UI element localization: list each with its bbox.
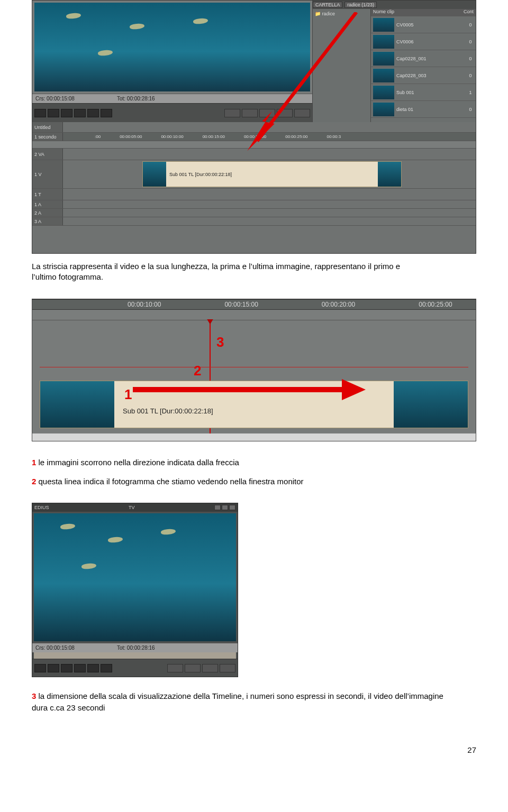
clip-strip[interactable]: Sub 001 TL [Dur:00:00:22:18] [142,161,402,187]
timeline-area: Untitled 1 secondo :00 00:00:05:00 00:00… [32,122,476,253]
fish-icon [161,529,176,535]
mark-out-button[interactable] [242,109,258,117]
rewind-button[interactable] [61,664,72,672]
ruler-tick: 00:00:15:00 [203,134,225,139]
timeline-scale-row: 1 secondo :00 00:00:05:00 00:00:10:00 00… [32,133,476,141]
extra-button[interactable] [220,664,235,672]
fast-fwd-button[interactable] [101,109,112,117]
fig2-ruler-ticks[interactable] [32,310,476,320]
track-a2[interactable]: 2 A [32,209,476,217]
ruler-tick: 00:00:10:00 [128,301,161,308]
ruler-tick: 00:00:25:00 [419,301,452,308]
clip-thumb [373,103,394,116]
monitor-tab[interactable]: TV [129,505,135,510]
clip-row[interactable]: dieta 010 [371,101,476,118]
mark-out-button[interactable] [185,664,201,672]
clip-row[interactable]: CV00060 [371,33,476,50]
clip-end-thumb [378,162,401,187]
step-fwd-button[interactable] [87,109,99,117]
red-horizontal-line [40,367,468,367]
clip-thumb [373,35,394,49]
clip-start-thumb [143,162,166,187]
timecode-in: Crs: 00:00:15:08 [35,96,75,102]
monitor-transport [32,659,238,677]
col-count: Cont [464,9,474,16]
clip-list-header: Nome clip Cont [371,9,476,16]
ruler-tick: 00:00:15:00 [224,301,258,308]
ruler-tick: 00:00:3 [326,134,341,139]
bin-body: 📁 radice Nome clip Cont CV00050 CV00060 … [313,9,476,122]
maximize-button[interactable] [222,505,228,510]
stop-button[interactable] [34,664,46,672]
bin-tab-radice[interactable]: radice (1/23) [344,2,377,8]
fig2-track-area: Sub 001 TL [Dur:00:00:22:18] 1 2 3 [32,320,476,433]
timecode-out: Tot: 00:00:28:16 [117,645,155,651]
track-label-a2: 2 A [32,209,63,217]
track-va[interactable]: 2 VA [32,149,476,160]
ruler-tick: 00:00:10:00 [161,134,183,139]
annotation-1: 1 [124,386,132,403]
fish-icon [130,23,145,30]
folder-tree[interactable]: 📁 radice [313,9,371,122]
clip-thumb [373,52,394,66]
play-button[interactable] [48,109,59,117]
step-back-button[interactable] [74,664,86,672]
clip-row[interactable]: Sub 0011 [371,84,476,101]
scrub-bar[interactable] [34,652,236,659]
legend-line-3: 3 la dimensione della scala di visualizz… [32,691,476,702]
track-v1[interactable]: 1 V Sub 001 TL [Dur:00:00:22:18] [32,160,476,189]
editor-upper: Crs: 00:00:15:08 Tot: 00:00:28:16 [32,1,476,122]
fish-icon [81,563,97,569]
clip-row[interactable]: Cap0228_0010 [371,50,476,67]
clip-row[interactable]: Cap0228_0030 [371,67,476,84]
track-label-t1: 1 T [32,189,63,200]
figure-timeline-zoom: 00:00:10:00 00:00:15:00 00:00:20:00 00:0… [32,299,476,441]
fish-icon [108,537,123,543]
mark-in-button[interactable] [167,664,183,672]
step-fwd-button[interactable] [87,664,99,672]
mark-in-button[interactable] [224,109,240,117]
clip-list: Nome clip Cont CV00050 CV00060 Cap0228_0… [371,9,476,122]
extra-button[interactable] [294,109,310,117]
timeline-toolbar: Untitled [32,122,476,133]
track-a3[interactable]: 3 A [32,217,476,226]
clip-strip[interactable]: Sub 001 TL [Dur:00:00:22:18] [40,381,468,428]
stop-button[interactable] [34,109,46,117]
folder-root[interactable]: 📁 radice [315,11,335,16]
fig2-ruler[interactable]: 00:00:10:00 00:00:15:00 00:00:20:00 00:0… [32,299,476,310]
scale-dropdown[interactable]: 1 secondo [32,133,63,141]
clip-label: Sub 001 TL [Dur:00:00:22:18] [123,407,213,415]
monitor-titlebar: EDIUS TV [32,503,238,512]
preview-video-frame [34,3,310,91]
figure-editor-window: Crs: 00:00:15:08 Tot: 00:00:28:16 [32,0,476,254]
rewind-button[interactable] [61,109,72,117]
extra-button[interactable] [202,664,218,672]
track-a1[interactable]: 1 A [32,200,476,209]
clip-thumb [373,69,394,82]
track-v1-body[interactable]: Sub 001 TL [Dur:00:00:22:18] [63,160,476,188]
fish-icon [98,50,113,56]
extra-button[interactable] [259,109,275,117]
legend-line-2: 2 questa linea indica il fotogramma che … [32,476,476,487]
monitor-frame [34,513,236,641]
play-button[interactable] [48,664,59,672]
clip-row[interactable]: CV00050 [371,16,476,33]
fig2-scrollbar[interactable] [32,433,476,441]
ruler-tick: 00:00:25:00 [285,134,307,139]
project-tab[interactable]: Untitled [32,122,63,132]
fish-icon [66,13,81,19]
track-label-v1: 1 V [32,160,63,188]
ruler-tick: 00:00:20:00 [322,301,355,308]
fast-fwd-button[interactable] [101,664,112,672]
ruler-ticks[interactable] [32,141,476,149]
minimize-button[interactable] [214,505,221,510]
close-button[interactable] [229,505,235,510]
step-back-button[interactable] [74,109,86,117]
extra-button[interactable] [277,109,293,117]
timecode-out: Tot: 00:00:28:16 [117,96,155,102]
track-t1[interactable]: 1 T [32,189,476,200]
ruler-tick: 00:00:05:00 [120,134,142,139]
bin-tab-cartella[interactable]: CARTELLA [313,2,342,8]
annotation-2: 2 [194,363,201,379]
preview-timecode-bar: Crs: 00:00:15:08 Tot: 00:00:28:16 [32,94,312,103]
